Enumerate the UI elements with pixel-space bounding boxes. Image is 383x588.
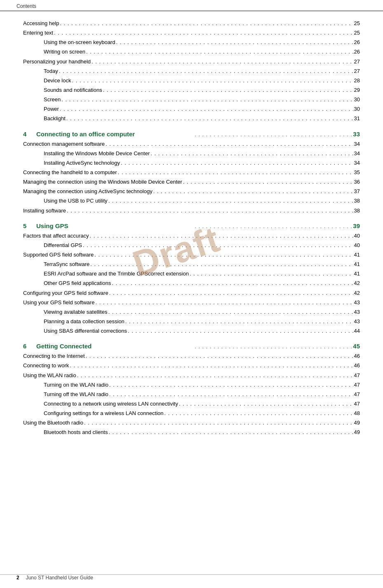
top-entries: Accessing help . . . . . . . . . . . . .… — [23, 19, 360, 123]
toc-page-connecting-handheld-computer: 35 — [354, 168, 360, 177]
toc-label-connecting-handheld-computer: Connecting the handheld to a computer — [23, 168, 117, 177]
toc-dots-sounds-notifications: . . . . . . . . . . . . . . . . . . . . … — [103, 86, 353, 94]
toc-page-using-wlan-radio: 47 — [354, 371, 360, 380]
toc-dots-writing-on-screen: . . . . . . . . . . . . . . . . . . . . … — [86, 48, 353, 56]
toc-entry-bluetooth-hosts-clients: Bluetooth hosts and clients . . . . . . … — [23, 428, 360, 436]
toc-label-installing-software: Installing software — [23, 207, 66, 215]
toc-page-installing-software: 38 — [354, 207, 360, 215]
toc-entry-managing-activesync: Managing the connection using ActiveSync… — [23, 187, 360, 196]
toc-entry-screen: Screen . . . . . . . . . . . . . . . . .… — [23, 96, 360, 104]
toc-dots-turning-on-wlan: . . . . . . . . . . . . . . . . . . . . … — [109, 381, 353, 389]
toc-page-connecting-network-wireless: 47 — [354, 400, 360, 408]
toc-label-planning-data-collection: Planning a data collection session — [23, 317, 125, 326]
toc-label-turning-off-wlan: Turning off the WLAN radio — [23, 390, 108, 399]
toc-dots-backlight: . . . . . . . . . . . . . . . . . . . . … — [66, 114, 353, 123]
section-title-section-4: Connecting to an office computer — [36, 131, 194, 138]
toc-dots-connecting-work: . . . . . . . . . . . . . . . . . . . . … — [70, 362, 353, 370]
toc-entry-terrasync-software: TerraSync software . . . . . . . . . . .… — [23, 260, 360, 268]
toc-entry-configuring-wireless-lan: Configuring settings for a wireless LAN … — [23, 409, 360, 418]
toc-entry-using-on-screen-keyboard: Using the on-screen keyboard . . . . . .… — [23, 38, 360, 47]
toc-dots-entering-text: . . . . . . . . . . . . . . . . . . . . … — [54, 29, 353, 37]
section-heading-section-6: 6Getting Connected . . . . . . . . . . .… — [23, 343, 360, 350]
toc-entry-connecting-handheld-computer: Connecting the handheld to a computer . … — [23, 168, 360, 177]
toc-dots-connection-management-software: . . . . . . . . . . . . . . . . . . . . … — [106, 140, 353, 148]
toc-entry-esri-arcpad: ESRI ArcPad software and the Trimble GPS… — [23, 270, 360, 278]
toc-entry-connecting-internet: Connecting to the Internet . . . . . . .… — [23, 352, 360, 360]
section-page-section-5: 39 — [353, 222, 360, 229]
toc-page-turning-on-wlan: 47 — [354, 381, 360, 389]
toc-entry-managing-windows-mobile: Managing the connection using the Window… — [23, 178, 360, 186]
toc-dots-personalizing-handheld: . . . . . . . . . . . . . . . . . . . . … — [92, 58, 353, 66]
toc-label-connecting-work: Connecting to work — [23, 362, 69, 370]
toc-dots-using-on-screen-keyboard: . . . . . . . . . . . . . . . . . . . . … — [116, 38, 353, 47]
toc-page-writing-on-screen: 26 — [354, 48, 360, 56]
toc-page-esri-arcpad: 41 — [354, 270, 360, 278]
toc-label-supported-gps-field: Supported GPS field software — [23, 251, 94, 259]
toc-label-using-wlan-radio: Using the WLAN radio — [23, 371, 76, 380]
toc-page-viewing-satellites: 43 — [354, 308, 360, 316]
toc-label-connecting-internet: Connecting to the Internet — [23, 352, 85, 360]
toc-entry-installing-windows-mobile: Installing the Windows Mobile Device Cen… — [23, 149, 360, 158]
toc-page-sounds-notifications: 29 — [354, 86, 360, 94]
toc-label-managing-activesync: Managing the connection using ActiveSync… — [23, 187, 153, 196]
toc-dots-using-bluetooth-radio: . . . . . . . . . . . . . . . . . . . . … — [84, 419, 353, 427]
toc-page-installing-activesync: 34 — [354, 159, 360, 167]
toc-label-writing-on-screen: Writing on screen — [23, 48, 85, 56]
toc-label-installing-activesync: Installing ActiveSync technology — [23, 159, 120, 167]
toc-dots-installing-software: . . . . . . . . . . . . . . . . . . . . … — [67, 207, 353, 215]
toc-entry-writing-on-screen: Writing on screen . . . . . . . . . . . … — [23, 48, 360, 56]
toc-entry-using-sbas: Using SBAS differential corrections . . … — [23, 327, 360, 335]
toc-label-installing-windows-mobile: Installing the Windows Mobile Device Cen… — [23, 149, 150, 158]
section-page-section-4: 33 — [353, 131, 360, 138]
toc-entry-connecting-network-wireless: Connecting to a network using wireless L… — [23, 400, 360, 408]
toc-page-device-lock: 28 — [354, 77, 360, 85]
toc-label-differential-gps: Differential GPS — [23, 241, 82, 250]
toc-label-using-on-screen-keyboard: Using the on-screen keyboard — [23, 38, 115, 47]
section-dots-section-5: . . . . . . . . . . . . . . . . . . . . … — [195, 223, 352, 229]
toc-entry-installing-software: Installing software . . . . . . . . . . … — [23, 207, 360, 215]
toc-page-turning-off-wlan: 47 — [354, 390, 360, 399]
toc-page-other-gps-field: 42 — [354, 279, 360, 287]
toc-dots-using-sbas: . . . . . . . . . . . . . . . . . . . . … — [128, 327, 353, 335]
toc-page-connecting-work: 46 — [354, 362, 360, 370]
toc-dots-using-gps-field: . . . . . . . . . . . . . . . . . . . . … — [95, 299, 353, 307]
toc-label-using-sbas: Using SBAS differential corrections — [23, 327, 127, 335]
toc-dots-differential-gps: . . . . . . . . . . . . . . . . . . . . … — [83, 241, 353, 250]
toc-label-backlight: Backlight — [23, 114, 66, 123]
toc-entry-entering-text: Entering text . . . . . . . . . . . . . … — [23, 29, 360, 37]
toc-label-sounds-notifications: Sounds and notifications — [23, 86, 102, 94]
toc-dots-accessing-help: . . . . . . . . . . . . . . . . . . . . … — [60, 19, 353, 28]
toc-dots-managing-windows-mobile: . . . . . . . . . . . . . . . . . . . . … — [183, 178, 353, 186]
toc-page-configuring-wireless-lan: 48 — [354, 409, 360, 418]
section-title-section-5: Using GPS — [36, 222, 194, 229]
toc-dots-other-gps-field: . . . . . . . . . . . . . . . . . . . . … — [112, 279, 353, 287]
toc-page-managing-windows-mobile: 36 — [354, 178, 360, 186]
page-content: Accessing help . . . . . . . . . . . . .… — [0, 11, 383, 454]
toc-dots-esri-arcpad: . . . . . . . . . . . . . . . . . . . . … — [190, 270, 353, 278]
section-page-section-6: 45 — [353, 343, 360, 350]
toc-label-turning-on-wlan: Turning on the WLAN radio — [23, 381, 108, 389]
toc-entry-today: Today . . . . . . . . . . . . . . . . . … — [23, 67, 360, 75]
toc-label-esri-arcpad: ESRI ArcPad software and the Trimble GPS… — [23, 270, 189, 278]
toc-dots-connecting-internet: . . . . . . . . . . . . . . . . . . . . … — [86, 352, 353, 360]
toc-entry-factors-accuracy: Factors that affect accuracy . . . . . .… — [23, 232, 360, 240]
toc-label-configuring-wireless-lan: Configuring settings for a wireless LAN … — [23, 409, 163, 418]
toc-dots-managing-activesync: . . . . . . . . . . . . . . . . . . . . … — [153, 187, 353, 196]
section-title-section-6: Getting Connected — [36, 343, 194, 350]
toc-label-device-lock: Device lock — [23, 77, 71, 85]
toc-entry-differential-gps: Differential GPS . . . . . . . . . . . .… — [23, 241, 360, 250]
toc-page-entering-text: 25 — [354, 29, 360, 37]
toc-page-today: 27 — [354, 67, 360, 75]
toc-entry-power: Power . . . . . . . . . . . . . . . . . … — [23, 105, 360, 113]
toc-page-bluetooth-hosts-clients: 49 — [354, 428, 360, 436]
page-footer: 2 Juno ST Handheld User Guide — [0, 574, 383, 581]
toc-label-factors-accuracy: Factors that affect accuracy — [23, 232, 89, 240]
toc-entry-using-bluetooth-radio: Using the Bluetooth radio . . . . . . . … — [23, 419, 360, 427]
toc-dots-installing-windows-mobile: . . . . . . . . . . . . . . . . . . . . … — [150, 149, 353, 158]
toc-entry-device-lock: Device lock . . . . . . . . . . . . . . … — [23, 77, 360, 85]
toc-page-power: 30 — [354, 105, 360, 113]
toc-dots-installing-activesync: . . . . . . . . . . . . . . . . . . . . … — [121, 159, 353, 167]
toc-page-using-bluetooth-radio: 49 — [354, 419, 360, 427]
toc-dots-connecting-handheld-computer: . . . . . . . . . . . . . . . . . . . . … — [118, 168, 353, 177]
toc-dots-connecting-network-wireless: . . . . . . . . . . . . . . . . . . . . … — [179, 400, 353, 408]
